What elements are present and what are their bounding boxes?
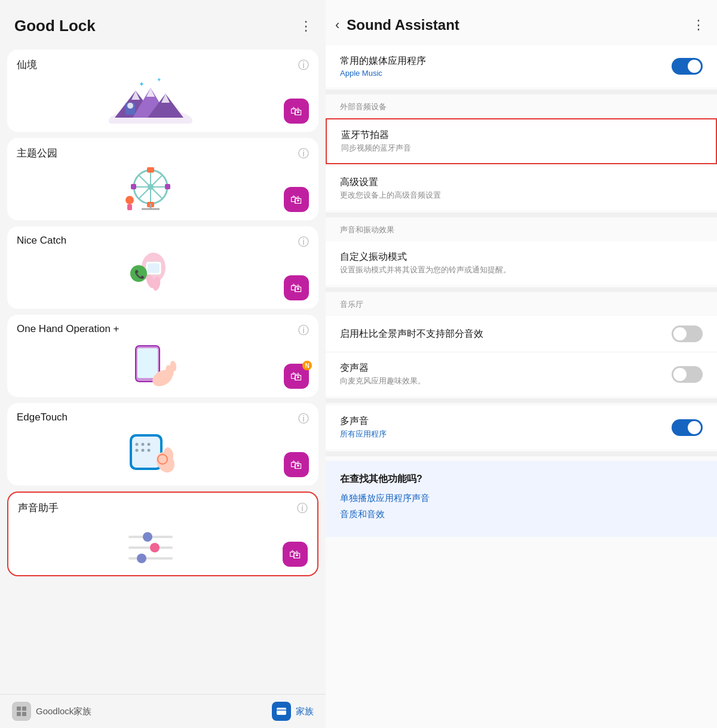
setting-group-concert: 启用杜比全景声时不支持部分音效 变声器 向麦克风应用趣味效果。 (326, 316, 717, 396)
nav-family[interactable]: 家族 (272, 702, 314, 721)
setting-title-changer: 变声器 (340, 362, 672, 374)
setting-subtitle-bluetooth: 同步视频的蓝牙声音 (341, 143, 701, 153)
info-icon-nicecatch: ⓘ (298, 235, 309, 249)
svg-rect-57 (22, 712, 26, 716)
app-name-onehand: One Hand Operation + (17, 323, 120, 335)
left-bottom-nav: Goodlock家族 家族 (0, 694, 326, 728)
toggle-polyphony[interactable] (672, 419, 703, 436)
svg-rect-20 (165, 184, 170, 189)
right-header: ‹ Sound Assistant ⋮ (326, 0, 717, 43)
illustration-sound (118, 519, 183, 567)
goodlock-family-label: Goodlock家族 (36, 706, 91, 717)
right-content: 常用的媒体应用程序 Apple Music 外部音频设备 蓝牙节拍器 同步视频的… (326, 43, 717, 728)
toggle-common-media[interactable] (672, 58, 703, 75)
install-btn-xianjing[interactable]: 🛍 (284, 99, 309, 124)
illustration-edgetouch (124, 429, 177, 477)
setting-text-concert: 启用杜比全景声时不支持部分音效 (340, 328, 672, 340)
divider-2 (326, 213, 717, 217)
info-icon-edgetouch: ⓘ (298, 411, 309, 426)
setting-item-bluetooth[interactable]: 蓝牙节拍器 同步视频的蓝牙声音 (327, 119, 716, 163)
svg-point-40 (141, 443, 144, 446)
app-card-xianjing[interactable]: 仙境 ⓘ ✦ (7, 50, 318, 132)
info-icon-xianjing: ⓘ (298, 58, 309, 72)
illustration-theme (118, 164, 183, 212)
svg-marker-5 (146, 88, 155, 97)
toggle-knob-polyphony (688, 421, 701, 434)
setting-item-advanced[interactable]: 高级设置 更改您设备上的高级音频设置 (326, 167, 717, 210)
finding-section: 在查找其他功能吗? 单独播放应用程序声音 音质和音效 (326, 461, 717, 537)
app-title: Good Lock (14, 17, 96, 35)
app-name-sound: 声音助手 (18, 501, 59, 515)
right-panel-title: Sound Assistant (347, 17, 685, 33)
divider-1 (326, 90, 717, 94)
app-card-nicecatch[interactable]: Nice Catch ⓘ 📞 (7, 226, 318, 309)
app-name-edgetouch: EdgeTouch (17, 411, 68, 423)
setting-subtitle-polyphony: 所有应用程序 (340, 429, 672, 440)
install-btn-nicecatch[interactable]: 🛍 (284, 275, 309, 300)
setting-group-bluetooth: 蓝牙节拍器 同步视频的蓝牙声音 (326, 118, 717, 164)
toggle-changer[interactable] (672, 366, 703, 383)
toggle-knob-changer (673, 368, 687, 381)
svg-point-39 (135, 443, 138, 446)
setting-item-common-media[interactable]: 常用的媒体应用程序 Apple Music (326, 45, 717, 87)
setting-text-advanced: 高级设置 更改您设备上的高级音频设置 (340, 176, 703, 201)
install-btn-sound[interactable]: 🛍 (283, 542, 308, 567)
setting-subtitle-vibration: 设置振动模式并将其设置为您的铃声或通知提醒。 (340, 265, 703, 275)
svg-rect-19 (131, 184, 136, 189)
svg-point-43 (141, 449, 144, 452)
info-icon-sound: ⓘ (297, 501, 308, 515)
app-name-xianjing: 仙境 (17, 58, 37, 72)
svg-point-53 (137, 554, 146, 563)
svg-point-49 (143, 532, 152, 542)
svg-point-42 (135, 449, 138, 452)
section-label-sound-vibration: 声音和振动效果 (326, 217, 717, 239)
setting-item-polyphony[interactable]: 多声音 所有应用程序 (326, 406, 717, 449)
right-menu-button[interactable]: ⋮ (692, 17, 705, 33)
svg-text:✦: ✦ (139, 80, 145, 88)
setting-text-polyphony: 多声音 所有应用程序 (340, 415, 672, 440)
family-label: 家族 (296, 706, 314, 717)
svg-point-10 (127, 103, 133, 109)
app-card-theme[interactable]: 主题公园 ⓘ (7, 138, 318, 220)
right-panel: ‹ Sound Assistant ⋮ 常用的媒体应用程序 Apple Musi… (326, 0, 717, 728)
setting-group-vibration: 自定义振动模式 设置振动模式并将其设置为您的铃声或通知提醒。 (326, 241, 717, 285)
setting-title-polyphony: 多声音 (340, 415, 672, 428)
svg-text:✦: ✦ (157, 76, 161, 83)
divider-5 (326, 451, 717, 456)
setting-text-common-media: 常用的媒体应用程序 Apple Music (340, 55, 672, 78)
setting-text-changer: 变声器 向麦克风应用趣味效果。 (340, 362, 672, 386)
svg-rect-54 (17, 707, 21, 711)
left-header: Good Lock ⋮ (0, 0, 326, 45)
install-btn-onehand[interactable]: 🛍 N (284, 364, 309, 389)
svg-rect-17 (147, 167, 154, 173)
left-menu-button[interactable]: ⋮ (299, 19, 314, 34)
finding-link-0[interactable]: 单独播放应用程序声音 (340, 493, 703, 504)
install-btn-theme[interactable]: 🛍 (284, 187, 309, 212)
svg-rect-27 (148, 263, 160, 273)
illustration-onehand (121, 341, 180, 389)
app-card-onehand[interactable]: One Hand Operation + ⓘ 🛍 (7, 315, 318, 397)
svg-rect-55 (22, 707, 26, 711)
nav-goodlock-family[interactable]: Goodlock家族 (12, 702, 91, 721)
info-icon-onehand: ⓘ (298, 323, 309, 337)
illustration-nicecatch: 📞 (121, 253, 180, 300)
svg-point-41 (147, 443, 150, 446)
left-panel: Good Lock ⋮ 仙境 ⓘ (0, 0, 326, 728)
setting-subtitle-changer: 向麦克风应用趣味效果。 (340, 376, 672, 386)
section-label-concert: 音乐厅 (326, 292, 717, 314)
app-card-sound[interactable]: 声音助手 ⓘ (7, 492, 318, 576)
setting-item-concert[interactable]: 启用杜比全景声时不支持部分音效 (326, 316, 717, 352)
install-btn-edgetouch[interactable]: 🛍 (284, 452, 309, 477)
app-card-edgetouch[interactable]: EdgeTouch ⓘ (7, 403, 318, 486)
section-label-external: 外部音频设备 (326, 94, 717, 116)
setting-item-changer[interactable]: 变声器 向麦克风应用趣味效果。 (326, 352, 717, 396)
family-icon (272, 702, 291, 721)
svg-point-44 (147, 449, 150, 452)
finding-link-1[interactable]: 音质和音效 (340, 509, 703, 520)
setting-title-bluetooth: 蓝牙节拍器 (341, 129, 701, 142)
setting-item-vibration[interactable]: 自定义振动模式 设置振动模式并将其设置为您的铃声或通知提醒。 (326, 241, 717, 285)
setting-subtitle-common-media: Apple Music (340, 69, 672, 78)
badge-new-onehand: N (302, 361, 312, 370)
toggle-concert[interactable] (672, 325, 703, 342)
back-button[interactable]: ‹ (335, 17, 339, 33)
